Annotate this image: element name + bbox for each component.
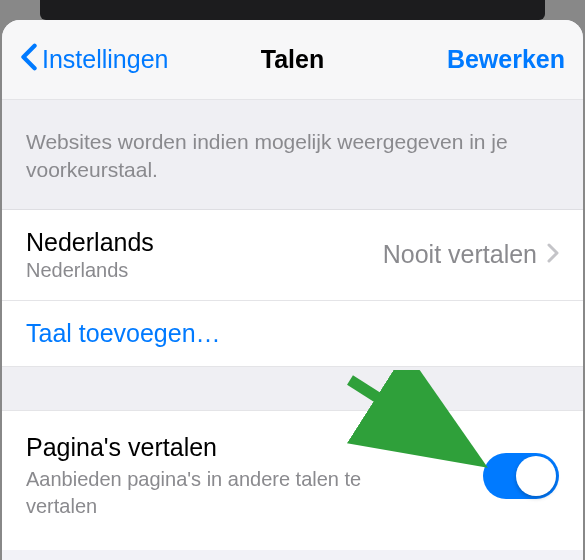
chevron-right-icon: [547, 243, 559, 267]
toggle-knob: [516, 456, 556, 496]
language-row-labels: Nederlands Nederlands: [26, 228, 154, 282]
nav-back-button[interactable]: Instellingen: [20, 43, 202, 77]
sheet-backdrop-bar: [40, 0, 545, 20]
nav-bar: Instellingen Talen Bewerken: [2, 20, 583, 100]
section-description: Websites worden indien mogelijk weergege…: [2, 100, 583, 210]
translate-toggle[interactable]: [483, 453, 559, 499]
add-language-label: Taal toevoegen…: [26, 319, 221, 348]
language-detail: Nooit vertalen: [383, 240, 537, 269]
translate-pages-row: Pagina's vertalen Aanbieden pagina's in …: [2, 411, 583, 550]
nav-edit-button[interactable]: Bewerken: [383, 45, 565, 74]
language-title: Nederlands: [26, 228, 154, 257]
translate-labels: Pagina's vertalen Aanbieden pagina's in …: [26, 433, 366, 520]
language-row[interactable]: Nederlands Nederlands Nooit vertalen: [2, 210, 583, 301]
translate-subtitle: Aanbieden pagina's in andere talen te ve…: [26, 466, 366, 520]
language-subtitle: Nederlands: [26, 259, 154, 282]
chevron-left-icon: [20, 43, 38, 77]
section-gap: [2, 367, 583, 411]
nav-back-label: Instellingen: [42, 45, 168, 74]
nav-title: Talen: [202, 45, 384, 74]
settings-sheet: Instellingen Talen Bewerken Websites wor…: [2, 20, 583, 560]
add-language-row[interactable]: Taal toevoegen…: [2, 301, 583, 367]
translate-title: Pagina's vertalen: [26, 433, 366, 462]
